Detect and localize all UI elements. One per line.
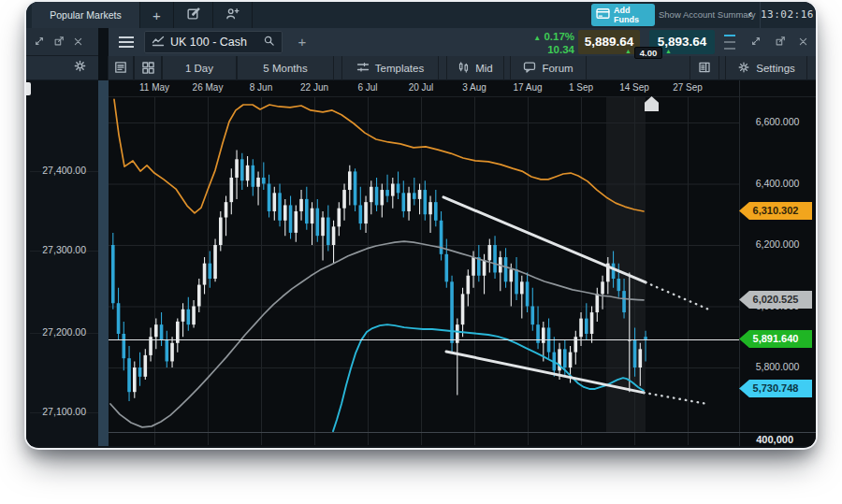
- candle-body: [510, 269, 514, 281]
- candle-body: [418, 190, 422, 199]
- candle-body: [278, 193, 282, 220]
- candle-body: [283, 205, 287, 220]
- price-axis-label: 6,200.000: [745, 238, 810, 250]
- date-tick-label: 17 Aug: [513, 82, 542, 93]
- candle-body: [407, 193, 411, 211]
- add-chart-tab-button[interactable]: +: [292, 31, 312, 53]
- candle-body: [321, 218, 325, 237]
- layout-grid-button[interactable]: [134, 56, 162, 80]
- search-icon[interactable]: [263, 35, 275, 50]
- collapse-chevron-icon[interactable]: ‹: [748, 2, 752, 28]
- moving-average-gray: [110, 241, 644, 427]
- price-depth-icon[interactable]: [724, 35, 735, 50]
- range-selector[interactable]: 5 Months: [237, 56, 334, 80]
- interval-selector[interactable]: 1 Day: [162, 56, 237, 80]
- left-price-axis-label: 27,100.00: [32, 406, 86, 417]
- candle-body: [542, 327, 545, 342]
- lower-trendline-dotted: [644, 393, 707, 404]
- add-funds-button[interactable]: AddFunds: [591, 4, 655, 26]
- candle-body: [590, 312, 594, 334]
- add-workspace-tab-button[interactable]: +: [140, 2, 174, 28]
- candle-body: [144, 355, 148, 377]
- panel-splitter[interactable]: [98, 80, 109, 446]
- session-clock: 13:02:16: [760, 2, 814, 28]
- candle-body: [209, 264, 212, 279]
- workspace-tab-popular-markets[interactable]: Popular Markets: [32, 2, 140, 28]
- price-type-button[interactable]: Mid: [446, 56, 504, 80]
- candle-body: [246, 166, 250, 180]
- templates-label: Templates: [375, 63, 424, 74]
- sliders-icon: [356, 61, 370, 76]
- candle-body: [440, 221, 443, 254]
- candle-body: [585, 319, 588, 334]
- speech-bubble-icon: [523, 61, 536, 76]
- left-panel-price-axis: [26, 80, 98, 446]
- candle-body: [305, 199, 309, 223]
- candle-body: [219, 218, 223, 245]
- candle-body: [579, 319, 583, 338]
- candle-body: [289, 205, 293, 232]
- candle-body: [526, 281, 530, 306]
- candle-body: [563, 349, 567, 367]
- side-panel-toggle[interactable]: [690, 56, 719, 80]
- close-icon[interactable]: [73, 34, 83, 50]
- workspace-topbar: Popular Markets + AddFunds Show Account …: [26, 2, 816, 28]
- add-window-button[interactable]: [213, 2, 253, 28]
- candle-body: [240, 159, 244, 180]
- chart-window-controls: [743, 28, 816, 56]
- volume-pane-divider[interactable]: [109, 432, 816, 433]
- candle-body: [445, 254, 449, 281]
- candle-body: [359, 205, 363, 223]
- price-tag: 6,310.302: [739, 202, 812, 220]
- chart-legend-button[interactable]: [108, 56, 134, 80]
- popout-icon[interactable]: [775, 34, 786, 50]
- candle-body: [397, 184, 400, 194]
- gear-icon: [737, 61, 750, 76]
- candle-body: [617, 279, 621, 291]
- candle-body: [569, 353, 573, 367]
- left-price-axis-label: 27,200.00: [32, 326, 86, 338]
- candle-body: [574, 337, 578, 352]
- candle-body: [138, 367, 142, 377]
- candle-body: [515, 269, 518, 294]
- left-panel-toolbar: [26, 56, 98, 80]
- close-icon[interactable]: [798, 34, 808, 50]
- candle-body: [187, 310, 191, 324]
- candlestick-chart[interactable]: [109, 97, 739, 445]
- candle-body: [299, 199, 303, 211]
- candle-body: [123, 334, 126, 358]
- candle-body: [461, 294, 465, 324]
- left-panel-header: [26, 28, 98, 56]
- upper-trendline-dotted: [646, 282, 709, 310]
- instrument-selector[interactable]: UK 100 - Cash: [144, 31, 283, 53]
- price-type-label: Mid: [475, 63, 493, 74]
- candle-body: [166, 340, 169, 362]
- date-axis[interactable]: 11 May26 May8 Jun22 Jun6 Jul20 Jul3 Aug1…: [109, 80, 816, 97]
- settings-button[interactable]: Settings: [725, 56, 807, 80]
- left-panel-tab-marker[interactable]: [26, 82, 31, 95]
- templates-button[interactable]: Templates: [341, 56, 439, 80]
- candle-body: [467, 276, 471, 295]
- candle-body: [127, 358, 131, 392]
- edit-workspace-button[interactable]: [174, 2, 213, 28]
- forum-button[interactable]: Forum: [510, 56, 587, 80]
- popout-icon[interactable]: [53, 34, 65, 50]
- candle-body: [354, 171, 357, 205]
- expand-icon[interactable]: [34, 34, 45, 50]
- forum-label: Forum: [542, 63, 573, 74]
- date-tick-label: 20 Jul: [409, 82, 434, 93]
- candle-body: [364, 202, 368, 223]
- date-tick-label: 22 Jun: [300, 82, 328, 93]
- expand-icon[interactable]: [750, 34, 762, 50]
- candle-body: [197, 285, 201, 307]
- chart-menu-button[interactable]: [114, 33, 138, 51]
- date-tick-label: 11 May: [139, 82, 169, 93]
- candle-body: [348, 171, 352, 190]
- change-absolute: 10.34: [518, 44, 574, 55]
- candle-body: [133, 367, 137, 392]
- candle-body: [295, 211, 298, 233]
- candle-body: [117, 303, 121, 334]
- show-account-summary-link[interactable]: Show Account Summary: [659, 2, 756, 28]
- gear-icon[interactable]: [73, 59, 87, 77]
- user-add-icon: [225, 7, 240, 24]
